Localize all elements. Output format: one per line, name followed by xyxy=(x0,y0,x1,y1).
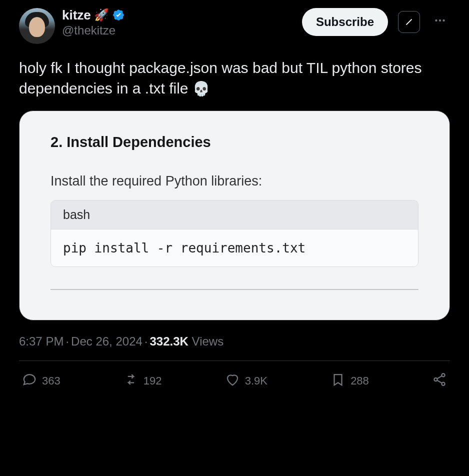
reply-button[interactable]: 363 xyxy=(22,372,60,390)
post-date[interactable]: Dec 26, 2024 xyxy=(71,334,142,348)
code-block: bash pip install -r requirements.txt xyxy=(50,200,418,267)
bookmark-count: 288 xyxy=(350,374,369,388)
svg-point-4 xyxy=(442,374,444,376)
skull-icon: 💀 xyxy=(192,81,210,96)
svg-point-5 xyxy=(434,378,437,381)
avatar[interactable] xyxy=(19,8,55,44)
display-name-row[interactable]: kitze 🚀 xyxy=(62,8,295,22)
svg-point-1 xyxy=(435,20,437,22)
views-count[interactable]: 332.3K xyxy=(150,334,188,348)
tweet-text: holy fk I thought package.json was bad b… xyxy=(19,58,450,98)
views-label: Views xyxy=(192,334,224,348)
handle[interactable]: @thekitze xyxy=(62,24,295,38)
actions-row: 363 192 3.9K 288 xyxy=(19,361,450,390)
verified-icon xyxy=(112,8,125,22)
code-lang-label: bash xyxy=(51,200,418,230)
post-time[interactable]: 6:37 PM xyxy=(19,334,64,348)
like-count: 3.9K xyxy=(245,374,268,388)
tweet-container: kitze 🚀 @thekitze Subscribe holy fk I th… xyxy=(0,0,469,390)
display-name: kitze xyxy=(62,8,91,22)
bookmark-icon xyxy=(330,372,346,390)
retweet-button[interactable]: 192 xyxy=(124,372,162,390)
grok-button[interactable] xyxy=(398,11,420,33)
svg-line-0 xyxy=(406,20,412,25)
retweet-count: 192 xyxy=(144,374,162,388)
heart-icon xyxy=(225,372,240,390)
like-button[interactable]: 3.9K xyxy=(225,372,268,390)
author-block: kitze 🚀 @thekitze xyxy=(62,8,295,38)
share-icon xyxy=(432,372,447,390)
media-subtext: Install the required Python libraries: xyxy=(50,174,418,189)
tweet-body: holy fk I thought package.json was bad b… xyxy=(19,60,422,96)
reply-count: 363 xyxy=(42,374,60,388)
rocket-icon: 🚀 xyxy=(94,8,109,22)
retweet-icon xyxy=(124,372,138,390)
media-image[interactable]: 2. Install Dependencies Install the requ… xyxy=(19,110,450,320)
tweet-header: kitze 🚀 @thekitze Subscribe xyxy=(19,8,450,44)
reply-icon xyxy=(22,372,37,390)
code-body: pip install -r requirements.txt xyxy=(51,230,418,266)
meta-row: 6:37 PM·Dec 26, 2024·332.3K Views xyxy=(19,334,450,348)
bookmark-button[interactable]: 288 xyxy=(330,372,369,390)
svg-point-3 xyxy=(442,20,444,22)
share-button[interactable] xyxy=(432,372,447,390)
subscribe-button[interactable]: Subscribe xyxy=(302,8,388,36)
svg-point-2 xyxy=(439,20,441,22)
media-heading: 2. Install Dependencies xyxy=(50,134,418,150)
header-actions: Subscribe xyxy=(302,8,450,36)
more-icon[interactable] xyxy=(430,14,450,30)
svg-point-6 xyxy=(442,382,444,386)
